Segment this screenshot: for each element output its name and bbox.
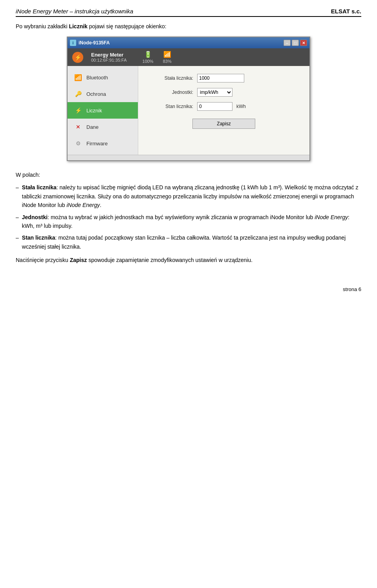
list-item-stala: – Stała licznika: należy tu wpisać liczb… xyxy=(16,183,361,209)
application-window: i iNode-9135FA – □ ✕ ⚡ Energy Meter 00:1… xyxy=(67,37,310,161)
signal-percent: 83% xyxy=(163,59,172,64)
sidebar-item-firmware[interactable]: ⚙ Firmware xyxy=(68,135,138,152)
jednostki-select[interactable]: imp/kWh imp/m³ xyxy=(197,88,232,97)
sidebar-item-dane[interactable]: ✕ Dane xyxy=(68,119,138,135)
window-wrapper: i iNode-9135FA – □ ✕ ⚡ Energy Meter 00:1… xyxy=(16,37,361,161)
sidebar-label-dane: Dane xyxy=(86,124,99,130)
list-item-jednostki-text: Jednostki: można tu wybrać w jakich jedn… xyxy=(22,213,361,231)
page-header: iNode Energy Meter – instrukcja użytkown… xyxy=(16,8,361,17)
device-info: Energy Meter 00:12:6F:91:35:FA xyxy=(91,52,127,62)
header-title-left: iNode Energy Meter – instrukcja użytkown… xyxy=(16,8,133,15)
maximize-button[interactable]: □ xyxy=(292,40,299,46)
sidebar: 📶 Bluetooth 🔑 Ochrona ⚡ Licznik ✕ Dane ⚙ xyxy=(68,66,138,155)
title-bar-left: i iNode-9135FA xyxy=(70,40,110,46)
dash-1: – xyxy=(16,183,19,209)
key-icon: 🔑 xyxy=(74,90,82,98)
dash-3: – xyxy=(16,233,19,251)
data-icon: ✕ xyxy=(74,123,82,131)
stan-input[interactable] xyxy=(197,102,232,111)
battery-icon: 🔋 xyxy=(144,51,152,58)
device-signals: 🔋 100% 📶 83% xyxy=(143,51,172,64)
zapisz-bold: Zapisz xyxy=(70,257,87,263)
body-outro: Naciśnięcie przycisku Zapisz spowoduje z… xyxy=(16,256,361,264)
gear-icon: ⚙ xyxy=(74,139,82,148)
battery-signal: 🔋 100% xyxy=(143,51,154,64)
main-content: Stała licznika: Jednostki: imp/kWh imp/m… xyxy=(138,66,309,155)
sidebar-item-bluetooth[interactable]: 📶 Bluetooth xyxy=(68,69,138,86)
jednostki-label: Jednostki: xyxy=(146,90,193,95)
wifi-icon: 📶 xyxy=(74,73,82,82)
jednostki-row: Jednostki: imp/kWh imp/m³ xyxy=(146,88,302,97)
body-text: W polach: – Stała licznika: należy tu wp… xyxy=(16,170,361,265)
stala-row: Stała licznika: xyxy=(146,74,302,82)
intro-bold: Licznik xyxy=(69,23,87,29)
intro-paragraph: Po wybraniu zakładki Licznik pojawi się … xyxy=(16,23,361,29)
term-stan: Stan licznika xyxy=(22,234,55,241)
intro-text-before: Po wybraniu zakładki xyxy=(16,23,69,29)
list-item-stan-text: Stan licznika: można tutaj podać początk… xyxy=(22,233,361,251)
sidebar-label-firmware: Firmware xyxy=(86,141,108,147)
close-button[interactable]: ✕ xyxy=(300,40,307,46)
term-stala: Stała licznika xyxy=(22,184,57,191)
save-button[interactable]: Zapisz xyxy=(192,119,255,129)
device-bar: ⚡ Energy Meter 00:12:6F:91:35:FA 🔋 100% … xyxy=(68,48,309,66)
stala-label: Stała licznika: xyxy=(146,75,193,81)
sidebar-label-licznik: Licznik xyxy=(86,108,102,114)
stala-input[interactable] xyxy=(197,74,244,82)
sidebar-label-bluetooth: Bluetooth xyxy=(86,75,108,81)
status-bar xyxy=(68,155,309,160)
list-item-stan: – Stan licznika: można tutaj podać począ… xyxy=(16,233,361,251)
list-item-jednostki: – Jednostki: można tu wybrać w jakich je… xyxy=(16,213,361,231)
radio-signal: 📶 83% xyxy=(163,51,172,64)
list-item-stala-text: Stała licznika: należy tu wpisać liczbę … xyxy=(22,183,361,209)
intro-text-after: pojawi się następujące okienko: xyxy=(88,23,167,29)
sidebar-label-ochrona: Ochrona xyxy=(86,91,106,97)
battery-percent: 100% xyxy=(143,59,154,64)
stan-unit: kWh xyxy=(236,104,246,109)
stan-row: Stan licznika: kWh xyxy=(146,102,302,111)
term-jednostki: Jednostki xyxy=(22,214,48,220)
dash-2: – xyxy=(16,213,19,231)
page-number: strona 6 xyxy=(343,286,361,292)
body-intro: W polach: xyxy=(16,170,361,179)
sidebar-item-ochrona[interactable]: 🔑 Ochrona xyxy=(68,86,138,102)
minimize-button[interactable]: – xyxy=(284,40,291,46)
window-title: iNode-9135FA xyxy=(79,40,110,46)
device-icon: ⚡ xyxy=(72,52,83,63)
footer-spacer: strona 6 xyxy=(16,269,361,292)
lightning-icon: ⚡ xyxy=(74,106,82,115)
title-bar: i iNode-9135FA – □ ✕ xyxy=(68,37,309,48)
window-body: 📶 Bluetooth 🔑 Ochrona ⚡ Licznik ✕ Dane ⚙ xyxy=(68,66,309,155)
page-footer: strona 6 xyxy=(343,286,361,292)
device-mac: 00:12:6F:91:35:FA xyxy=(91,58,127,62)
sidebar-item-licznik[interactable]: ⚡ Licznik xyxy=(68,102,138,119)
window-icon: i xyxy=(70,40,76,46)
device-name: Energy Meter xyxy=(91,52,127,58)
stan-label: Stan licznika: xyxy=(146,104,193,109)
signal-icon: 📶 xyxy=(163,51,171,58)
window-controls[interactable]: – □ ✕ xyxy=(284,40,307,46)
header-title-right: ELSAT s.c. xyxy=(331,8,361,15)
